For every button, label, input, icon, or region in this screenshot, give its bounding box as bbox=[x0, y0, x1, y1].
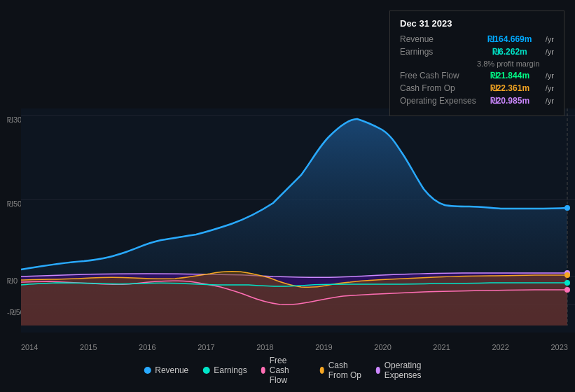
svg-point-6 bbox=[564, 205, 570, 211]
legend-label-earnings: Earnings bbox=[214, 365, 247, 375]
x-label-2022: 2022 bbox=[492, 343, 508, 351]
tooltip-row-revenue: Revenue ₪164.669m /yr bbox=[400, 34, 554, 44]
tooltip-unit-fcf: /yr bbox=[546, 71, 554, 80]
chart-svg bbox=[0, 108, 575, 332]
tooltip-unit-cashfromop: /yr bbox=[546, 84, 554, 92]
profit-margin: 3.8% profit margin bbox=[477, 59, 554, 68]
svg-point-9 bbox=[564, 287, 570, 293]
legend-label-fcf: Free Cash Flow bbox=[270, 356, 306, 385]
tooltip-label-revenue: Revenue bbox=[400, 34, 477, 44]
tooltip-unit-revenue: /yr bbox=[546, 35, 554, 43]
legend-dot-revenue bbox=[144, 367, 151, 374]
tooltip-row-earnings: Earnings ₪6.262m /yr bbox=[400, 47, 554, 57]
x-label-2019: 2019 bbox=[315, 343, 332, 351]
x-label-2020: 2020 bbox=[374, 343, 391, 351]
chart-container: Dec 31 2023 Revenue ₪164.669m /yr Earnin… bbox=[0, 0, 575, 392]
tooltip-value-earnings: ₪6.262m bbox=[492, 47, 527, 57]
x-label-2015: 2015 bbox=[80, 343, 97, 351]
x-label-2023: 2023 bbox=[550, 343, 567, 351]
tooltip-row-fcf: Free Cash Flow ₪21.844m /yr bbox=[400, 71, 554, 80]
svg-point-10 bbox=[564, 280, 570, 286]
x-label-2017: 2017 bbox=[198, 343, 214, 351]
tooltip-box: Dec 31 2023 Revenue ₪164.669m /yr Earnin… bbox=[389, 10, 564, 116]
x-label-2014: 2014 bbox=[21, 343, 38, 351]
tooltip-value-cashfromop: ₪22.361m bbox=[490, 83, 529, 93]
tooltip-date: Dec 31 2023 bbox=[400, 18, 554, 29]
legend-dot-cashfromop bbox=[320, 367, 324, 374]
tooltip-label-earnings: Earnings bbox=[400, 47, 477, 57]
tooltip-value-fcf: ₪21.844m bbox=[490, 71, 529, 80]
x-axis: 2014 2015 2016 2017 2018 2019 2020 2021 … bbox=[21, 343, 568, 351]
svg-point-8 bbox=[564, 272, 570, 278]
legend-item-earnings[interactable]: Earnings bbox=[202, 365, 247, 375]
tooltip-value-opex: ₪20.985m bbox=[490, 96, 529, 106]
legend-item-revenue[interactable]: Revenue bbox=[144, 365, 188, 375]
x-label-2021: 2021 bbox=[433, 343, 450, 351]
tooltip-row-opex: Operating Expenses ₪20.985m /yr bbox=[400, 96, 554, 106]
x-label-2018: 2018 bbox=[256, 343, 273, 351]
tooltip-unit-earnings: /yr bbox=[546, 48, 554, 56]
tooltip-unit-opex: /yr bbox=[546, 97, 554, 105]
legend-dot-opex bbox=[376, 367, 380, 374]
legend-dot-fcf bbox=[261, 367, 265, 374]
legend-dot-earnings bbox=[202, 367, 209, 374]
chart-legend: Revenue Earnings Free Cash Flow Cash Fro… bbox=[144, 356, 431, 385]
tooltip-row-cashfromop: Cash From Op ₪22.361m /yr bbox=[400, 83, 554, 93]
tooltip-value-revenue: ₪164.669m bbox=[487, 34, 532, 44]
legend-item-opex[interactable]: Operating Expenses bbox=[376, 360, 431, 380]
legend-label-cashfromop: Cash From Op bbox=[328, 360, 362, 380]
legend-item-fcf[interactable]: Free Cash Flow bbox=[261, 356, 306, 385]
legend-label-opex: Operating Expenses bbox=[385, 360, 431, 380]
tooltip-label-cashfromop: Cash From Op bbox=[400, 83, 477, 93]
legend-item-cashfromop[interactable]: Cash From Op bbox=[320, 360, 362, 380]
tooltip-label-opex: Operating Expenses bbox=[400, 96, 477, 106]
legend-label-revenue: Revenue bbox=[155, 365, 188, 375]
x-label-2016: 2016 bbox=[139, 343, 155, 351]
tooltip-label-fcf: Free Cash Flow bbox=[400, 71, 477, 80]
